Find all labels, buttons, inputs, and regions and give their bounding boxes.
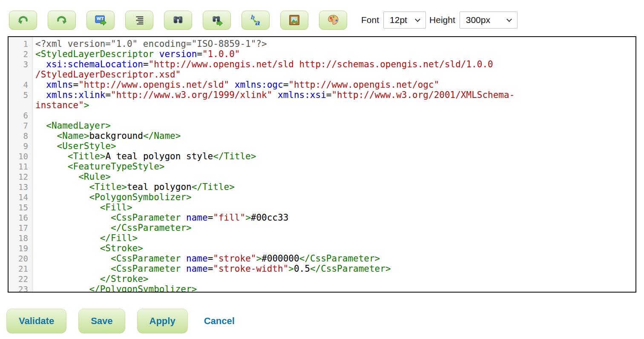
apply-button[interactable]: Apply [137, 309, 188, 333]
line-number: 3 [9, 59, 32, 69]
line-number: 21 [9, 264, 32, 274]
code-line-text: <Title>teal polygon</Title> [32, 182, 635, 192]
code-editor[interactable]: 1<?xml version="1.0" encoding="ISO-8859-… [8, 36, 636, 293]
line-number: 4 [9, 80, 32, 90]
line-number: 20 [9, 253, 32, 264]
wrap-text-button[interactable]: WT [86, 11, 115, 30]
insert-image-button[interactable] [280, 11, 308, 30]
code-line-text: xmlns:xlink="http://www.w3.org/1999/xlin… [32, 90, 635, 110]
color-palette-button[interactable] [319, 11, 347, 30]
line-number: 2 [9, 49, 32, 59]
code-line[interactable]: 9 <UserStyle> [9, 141, 635, 151]
line-number: 5 [9, 90, 32, 100]
code-line[interactable]: 6 [9, 110, 635, 121]
chevron-down-icon [415, 17, 420, 22]
code-line[interactable]: 4 xmlns="http://www.opengis.net/sld" xml… [9, 80, 635, 90]
code-line-text: <Fill> [32, 202, 635, 213]
line-number: 8 [9, 131, 32, 141]
find-icon [172, 14, 184, 26]
reformat-icon [133, 14, 146, 26]
redo-icon [55, 14, 68, 26]
code-line-text: <FeatureTypeStyle> [32, 161, 635, 172]
svg-text:WT: WT [97, 16, 104, 21]
code-line[interactable]: 19 <Stroke> [9, 243, 635, 253]
code-line-text: <Name>background</Name> [32, 131, 635, 141]
code-line[interactable]: 8 <Name>background</Name> [9, 131, 635, 141]
cancel-link[interactable]: Cancel [204, 316, 235, 327]
code-line-text: xmlns="http://www.opengis.net/sld" xmlns… [32, 80, 635, 90]
code-line[interactable]: 21 <CssParameter name="stroke-width">0.5… [9, 264, 635, 274]
code-line-text: <NamedLayer> [32, 121, 635, 131]
line-number: 22 [9, 274, 32, 284]
code-line[interactable]: 5 xmlns:xlink="http://www.w3.org/1999/xl… [9, 90, 635, 110]
chevron-down-icon [506, 17, 512, 22]
code-line[interactable]: 12 <Rule> [9, 172, 635, 182]
code-line-text: <CssParameter name="stroke-width">0.5</C… [32, 264, 635, 274]
code-line[interactable]: 14 <PolygonSymbolizer> [9, 192, 635, 202]
find-next-icon [210, 14, 223, 26]
replace-button[interactable]: b a [242, 11, 270, 30]
code-line-text: <CssParameter name="stroke">#000000</Css… [32, 253, 635, 264]
code-lines: 1<?xml version="1.0" encoding="ISO-8859-… [9, 39, 635, 293]
line-number: 6 [9, 110, 32, 121]
height-label: Height [429, 15, 455, 25]
reformat-button[interactable] [125, 11, 153, 30]
code-line-text: <UserStyle> [32, 141, 635, 151]
code-line[interactable]: 23 </PolygonSymbolizer> [9, 284, 635, 293]
line-number: 14 [9, 192, 32, 202]
code-line[interactable]: 20 <CssParameter name="stroke">#000000</… [9, 253, 635, 264]
code-line-text: </CssParameter> [32, 223, 635, 233]
font-size-value: 12pt [390, 15, 407, 25]
editor-height-value: 300px [466, 15, 490, 25]
code-line-text: <StyledLayerDescriptor version="1.0.0" [32, 49, 635, 59]
code-line-text: <?xml version="1.0" encoding="ISO-8859-1… [32, 39, 635, 49]
code-line[interactable]: 11 <FeatureTypeStyle> [9, 161, 635, 172]
code-line[interactable]: 18 </Fill> [9, 233, 635, 243]
line-number: 18 [9, 233, 32, 243]
save-button[interactable]: Save [78, 309, 125, 333]
code-line-text: xsi:schemaLocation="http://www.opengis.n… [32, 59, 635, 80]
code-line[interactable]: 17 </CssParameter> [9, 223, 635, 233]
redo-button[interactable] [48, 11, 76, 30]
action-bar: Validate Save Apply Cancel [6, 309, 644, 333]
undo-button[interactable] [9, 11, 37, 30]
code-line[interactable]: 7 <NamedLayer> [9, 121, 635, 131]
code-line[interactable]: 1<?xml version="1.0" encoding="ISO-8859-… [9, 39, 635, 49]
undo-icon [17, 14, 29, 26]
code-line[interactable]: 15 <Fill> [9, 202, 635, 213]
color-palette-icon [327, 14, 339, 26]
line-number: 1 [9, 39, 32, 49]
code-line-text: </Fill> [32, 233, 635, 243]
validate-button[interactable]: Validate [6, 309, 66, 333]
code-line[interactable]: 2<StyledLayerDescriptor version="1.0.0" [9, 49, 635, 59]
line-number: 7 [9, 121, 32, 131]
code-line[interactable]: 16 <CssParameter name="fill">#00cc33 [9, 213, 635, 223]
code-line[interactable]: 13 <Title>teal polygon</Title> [9, 182, 635, 192]
line-number: 9 [9, 141, 32, 151]
code-line-text: <Stroke> [32, 243, 635, 253]
code-line[interactable]: 3 xsi:schemaLocation="http://www.opengis… [9, 59, 635, 80]
find-next-button[interactable] [203, 11, 231, 30]
line-number: 12 [9, 172, 32, 182]
wrap-text-icon: WT [94, 14, 107, 26]
line-number: 16 [9, 213, 32, 223]
editor-height-select[interactable]: 300px [460, 11, 518, 29]
code-line-text: </Stroke> [32, 274, 635, 284]
line-number: 10 [9, 151, 32, 161]
editor-toolbar: WT [0, 0, 644, 30]
find-button[interactable] [164, 11, 192, 30]
line-number: 13 [9, 182, 32, 192]
line-number: 23 [9, 284, 32, 293]
code-line[interactable]: 22 </Stroke> [9, 274, 635, 284]
line-number: 11 [9, 161, 32, 172]
font-size-select[interactable]: 12pt [383, 11, 426, 29]
replace-icon: b a [249, 14, 262, 26]
code-line-text: <Title>A teal polygon style</Title> [32, 151, 635, 161]
insert-image-icon [288, 14, 301, 26]
code-line-text: <PolygonSymbolizer> [32, 192, 635, 202]
line-number: 15 [9, 202, 32, 213]
line-number: 17 [9, 223, 32, 233]
line-number: 19 [9, 243, 32, 253]
code-line-text: <Rule> [32, 172, 635, 182]
code-line[interactable]: 10 <Title>A teal polygon style</Title> [9, 151, 635, 161]
